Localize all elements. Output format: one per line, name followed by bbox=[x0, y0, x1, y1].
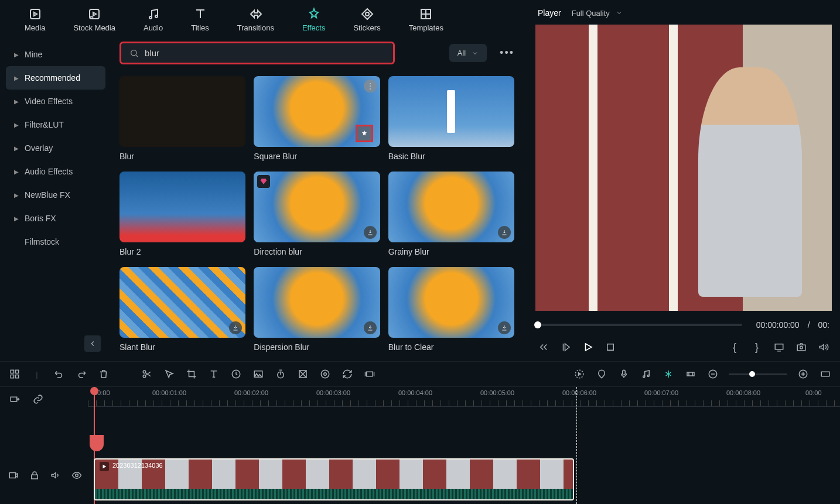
sidebar-item-label: Overlay bbox=[25, 143, 53, 153]
effect-thumb[interactable] bbox=[388, 172, 514, 242]
duration-button[interactable] bbox=[274, 368, 287, 380]
sidebar-collapse-button[interactable] bbox=[84, 335, 101, 352]
sidebar-item-overlay[interactable]: ▶Overlay bbox=[6, 136, 105, 160]
timeline-ruler[interactable]: 00:0000:00:01:0000:00:02:0000:00:03:0000… bbox=[88, 387, 840, 407]
player-scrubber[interactable] bbox=[538, 324, 742, 326]
voiceover-button[interactable] bbox=[617, 368, 630, 380]
ruler-tick: 00:00:04:00 bbox=[398, 389, 432, 396]
layout-button[interactable] bbox=[8, 368, 21, 380]
more-icon[interactable]: ⋮ bbox=[364, 80, 377, 92]
effect-card-basic-blur[interactable]: Basic Blur bbox=[388, 76, 514, 161]
download-icon[interactable] bbox=[498, 321, 511, 334]
effect-card-direction-blur[interactable]: Direction blur bbox=[254, 172, 380, 256]
sidebar-item-filmstock[interactable]: Filmstock bbox=[6, 230, 105, 253]
audio-mixer-button[interactable] bbox=[640, 368, 653, 380]
zoom-in-button[interactable] bbox=[797, 368, 810, 380]
effect-thumb[interactable]: ⋮ bbox=[254, 76, 380, 147]
zoom-slider[interactable] bbox=[729, 373, 787, 375]
nav-audio[interactable]: Audio bbox=[136, 5, 170, 35]
nav-media[interactable]: Media bbox=[18, 5, 52, 35]
effect-card-blur-to-clear[interactable]: Blur to Clear bbox=[388, 267, 514, 352]
effect-card-slant-blur[interactable]: Slant Blur bbox=[119, 267, 245, 352]
sidebar-item-newblue[interactable]: ▶NewBlue FX bbox=[6, 183, 105, 207]
select-button[interactable] bbox=[163, 368, 176, 380]
stop-button[interactable] bbox=[605, 341, 616, 353]
zoom-fit-button[interactable] bbox=[819, 368, 832, 380]
render-button[interactable] bbox=[573, 368, 586, 380]
sidebar-item-video-effects[interactable]: ▶Video Effects bbox=[6, 90, 105, 113]
detach-button[interactable] bbox=[773, 341, 785, 353]
effect-thumb[interactable] bbox=[119, 76, 245, 147]
autoripple-button[interactable] bbox=[684, 368, 697, 380]
effect-thumb[interactable] bbox=[119, 172, 245, 242]
play-button[interactable] bbox=[582, 341, 594, 353]
effect-card-blur[interactable]: Blur bbox=[119, 76, 245, 161]
nav-label: Transitions bbox=[237, 23, 274, 32]
mute-track-button[interactable] bbox=[50, 469, 61, 482]
zoom-out-button[interactable] bbox=[706, 368, 719, 380]
add-track-button[interactable] bbox=[8, 393, 21, 406]
undo-button[interactable] bbox=[53, 368, 66, 380]
marker-clip[interactable] bbox=[90, 435, 104, 451]
more-button[interactable]: ••• bbox=[495, 42, 519, 64]
nav-titles[interactable]: Titles bbox=[184, 5, 216, 35]
step-forward-button[interactable] bbox=[560, 341, 572, 353]
effect-card-grainy-blur[interactable]: Grainy Blur bbox=[388, 172, 514, 256]
nav-transitions[interactable]: Transitions bbox=[230, 5, 281, 35]
search-input[interactable] bbox=[145, 48, 385, 58]
keyframe-button[interactable] bbox=[296, 368, 309, 380]
text-button[interactable] bbox=[207, 368, 220, 380]
sidebar-item-audio-effects[interactable]: ▶Audio Effects bbox=[6, 160, 105, 183]
download-icon[interactable] bbox=[364, 321, 377, 334]
download-icon[interactable] bbox=[364, 226, 377, 239]
quality-dropdown[interactable]: Full Quality bbox=[572, 9, 623, 18]
effect-thumb[interactable] bbox=[388, 76, 514, 147]
caret-icon: ▶ bbox=[14, 75, 19, 81]
track-button[interactable] bbox=[319, 368, 332, 380]
add-effect-button[interactable] bbox=[356, 125, 373, 142]
sidebar-item-boris[interactable]: ▶Boris FX bbox=[6, 207, 105, 230]
nav-effects[interactable]: Effects bbox=[295, 5, 333, 35]
fit-button[interactable] bbox=[363, 368, 376, 380]
color-button[interactable] bbox=[252, 368, 265, 380]
timecode-sep: / bbox=[808, 320, 810, 330]
filter-dropdown[interactable]: All bbox=[449, 44, 487, 62]
link-button[interactable] bbox=[32, 393, 45, 406]
prev-frame-button[interactable] bbox=[538, 341, 549, 353]
video-clip[interactable]: 20230312134036 bbox=[94, 458, 574, 500]
svg-rect-14 bbox=[16, 375, 19, 378]
sidebar-item-filter-lut[interactable]: ▶Filter&LUT bbox=[6, 113, 105, 136]
hide-track-button[interactable] bbox=[71, 469, 82, 482]
redo-button[interactable] bbox=[75, 368, 88, 380]
effect-label: Dispersion Blur bbox=[254, 342, 380, 352]
speed-button[interactable] bbox=[230, 368, 243, 380]
mark-in-button[interactable]: { bbox=[729, 341, 740, 353]
snapshot-button[interactable] bbox=[795, 341, 807, 353]
split-button[interactable] bbox=[141, 368, 153, 380]
volume-button[interactable] bbox=[818, 341, 829, 353]
effect-thumb[interactable] bbox=[254, 172, 380, 242]
refresh-button[interactable] bbox=[341, 368, 354, 380]
effect-label: Blur 2 bbox=[119, 247, 245, 256]
video-track-icon[interactable] bbox=[8, 469, 19, 482]
download-icon[interactable] bbox=[229, 321, 242, 334]
nav-templates[interactable]: Templates bbox=[402, 5, 450, 35]
delete-button[interactable] bbox=[97, 368, 110, 380]
marker-button[interactable] bbox=[595, 368, 608, 380]
search-box[interactable] bbox=[119, 42, 395, 64]
nav-stickers[interactable]: Stickers bbox=[346, 5, 387, 35]
effect-card-dispersion-blur[interactable]: Dispersion Blur bbox=[254, 267, 380, 352]
sidebar-item-recommended[interactable]: ▶Recommended bbox=[6, 66, 105, 90]
effect-thumb[interactable] bbox=[119, 267, 245, 338]
mark-out-button[interactable]: } bbox=[751, 341, 763, 353]
effect-card-blur-2[interactable]: Blur 2 bbox=[119, 172, 245, 256]
sidebar-item-mine[interactable]: ▶Mine bbox=[6, 43, 105, 66]
lock-track-button[interactable] bbox=[29, 469, 40, 482]
download-icon[interactable] bbox=[498, 226, 511, 239]
crop-button[interactable] bbox=[185, 368, 198, 380]
effect-thumb[interactable] bbox=[388, 267, 514, 338]
nav-stock[interactable]: Stock Media bbox=[66, 5, 122, 35]
snap-button[interactable] bbox=[662, 368, 675, 380]
effect-thumb[interactable] bbox=[254, 267, 380, 338]
effect-card-square-blur[interactable]: ⋮Square Blur bbox=[254, 76, 380, 161]
